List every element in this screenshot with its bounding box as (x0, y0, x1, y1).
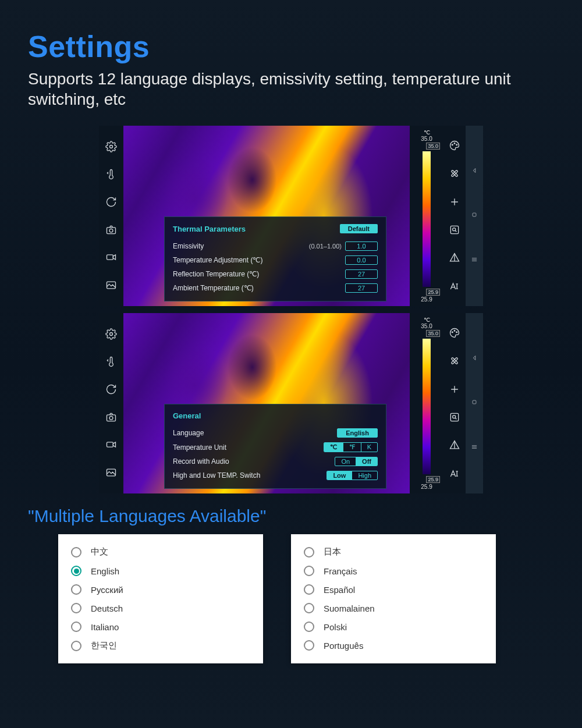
radio-icon[interactable] (71, 566, 81, 576)
language-option[interactable]: Русский (69, 580, 253, 599)
svg-point-0 (110, 145, 113, 148)
radio-icon[interactable] (304, 584, 314, 595)
right-toolbar (443, 313, 466, 493)
system-nav (466, 126, 483, 306)
temp-switch-group[interactable]: LowHigh (327, 471, 378, 480)
language-option[interactable]: 中文 (69, 542, 253, 562)
language-label: Русский (91, 585, 123, 595)
language-option[interactable]: Suomalainen (301, 599, 485, 617)
nav-home-icon[interactable] (470, 398, 478, 408)
temp-unit-group[interactable]: ℃℉K (324, 442, 378, 452)
language-list-left: 中文EnglishРусскийDeutschItaliano한국인 (58, 534, 263, 663)
language-value[interactable]: English (337, 428, 378, 438)
refresh-icon[interactable] (105, 196, 118, 208)
language-option[interactable]: Deutsch (69, 599, 253, 617)
language-label: Suomalainen (324, 603, 375, 613)
radio-icon[interactable] (304, 622, 314, 632)
radio-icon[interactable] (304, 640, 314, 651)
thermometer-icon[interactable] (105, 168, 118, 180)
scale-min: 25.9 (421, 484, 432, 490)
text-icon[interactable] (448, 467, 461, 480)
pill-option[interactable]: ℉ (343, 443, 361, 452)
language-list-right: 日本FrançaisEspañolSuomalainenPolskiPortug… (291, 534, 496, 663)
language-option[interactable]: Français (301, 562, 485, 580)
pill-option[interactable]: High (352, 471, 377, 480)
plus-icon[interactable] (448, 383, 461, 396)
zoom-icon[interactable] (448, 411, 461, 424)
param-value[interactable]: 0.0 (345, 255, 378, 265)
radio-icon[interactable] (71, 584, 81, 595)
audio-group[interactable]: OnOff (335, 457, 378, 466)
nav-back-icon[interactable] (470, 354, 478, 364)
scale-max-tag: 35.0 (426, 143, 440, 150)
nav-recent-icon[interactable] (470, 443, 478, 453)
patch-icon[interactable] (448, 167, 461, 180)
radio-icon[interactable] (304, 547, 314, 557)
pill-option[interactable]: ℃ (324, 443, 343, 452)
nav-home-icon[interactable] (470, 211, 478, 221)
svg-point-19 (454, 331, 455, 332)
param-value[interactable]: 1.0 (345, 242, 378, 251)
patch-icon[interactable] (448, 354, 461, 367)
language-option[interactable]: English (69, 562, 253, 580)
radio-icon[interactable] (304, 603, 314, 613)
language-option[interactable]: 日本 (301, 542, 485, 562)
languages-heading: "Multiple Languages Available" (28, 506, 554, 526)
refresh-icon[interactable] (105, 383, 118, 396)
svg-rect-14 (107, 415, 116, 421)
video-icon[interactable] (105, 251, 118, 264)
svg-rect-9 (451, 171, 458, 177)
svg-point-20 (456, 332, 457, 333)
pill-option[interactable]: K (361, 443, 377, 452)
gallery-icon[interactable] (105, 279, 118, 292)
temp-switch-label: High and Low TEMP. Switch (173, 471, 327, 480)
radio-icon[interactable] (71, 622, 81, 632)
param-value[interactable]: 27 (345, 283, 378, 293)
color-gradient (423, 339, 431, 474)
scale-min-tag: 25.9 (426, 289, 440, 296)
radio-icon[interactable] (71, 547, 81, 557)
page-subtitle: Supports 12 language displays, emissivit… (28, 69, 554, 109)
gear-icon[interactable] (105, 328, 118, 340)
text-icon[interactable] (448, 280, 461, 293)
svg-rect-22 (451, 358, 458, 365)
scale-max: 35.0 (421, 136, 432, 142)
language-label: English (91, 566, 119, 576)
default-button[interactable]: Default (340, 224, 378, 233)
svg-rect-8 (451, 171, 458, 177)
radio-icon[interactable] (71, 641, 81, 651)
radio-icon[interactable] (304, 566, 314, 576)
left-toolbar (99, 313, 123, 493)
nav-recent-icon[interactable] (470, 255, 478, 265)
language-option[interactable]: Polski (301, 617, 485, 636)
pill-option[interactable]: Off (356, 457, 377, 466)
palette-icon[interactable] (448, 139, 461, 152)
pill-option[interactable]: Low (327, 471, 352, 480)
zoom-icon[interactable] (448, 223, 461, 236)
radio-icon[interactable] (71, 603, 81, 613)
thermometer-icon[interactable] (105, 355, 118, 368)
param-value[interactable]: 27 (345, 269, 378, 279)
language-label: Français (324, 566, 357, 576)
gear-icon[interactable] (105, 140, 118, 153)
language-label: 中文 (91, 546, 108, 557)
camera-icon[interactable] (105, 411, 118, 424)
svg-point-13 (110, 332, 113, 335)
gallery-icon[interactable] (105, 466, 118, 479)
screenshot-thermal-params: Thermal Parameters Default Emissivity(0.… (99, 126, 483, 306)
screenshot-general: General Language English Temperature Uni… (99, 313, 483, 493)
pill-option[interactable]: On (335, 457, 356, 466)
thermal-image: Thermal Parameters Default Emissivity(0.… (123, 126, 410, 306)
contrast-icon[interactable] (448, 251, 461, 264)
nav-back-icon[interactable] (470, 166, 478, 176)
contrast-icon[interactable] (448, 439, 461, 452)
palette-icon[interactable] (448, 326, 461, 339)
language-option[interactable]: Italiano (69, 617, 253, 636)
language-option[interactable]: Español (301, 580, 485, 599)
language-option[interactable]: Português (301, 636, 485, 655)
video-icon[interactable] (105, 438, 118, 451)
plus-icon[interactable] (448, 196, 461, 208)
camera-icon[interactable] (105, 223, 118, 236)
language-option[interactable]: 한국인 (69, 636, 253, 655)
svg-point-24 (453, 416, 456, 418)
